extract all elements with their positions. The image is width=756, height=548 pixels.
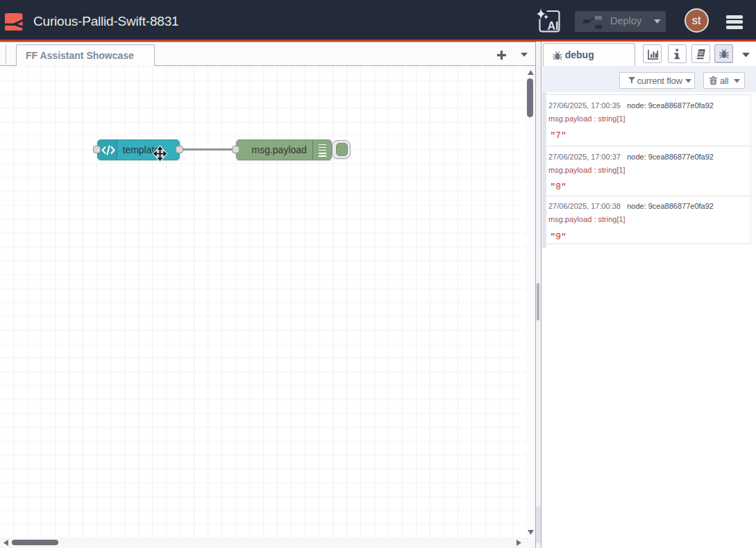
svg-text:AI: AI: [548, 20, 559, 32]
